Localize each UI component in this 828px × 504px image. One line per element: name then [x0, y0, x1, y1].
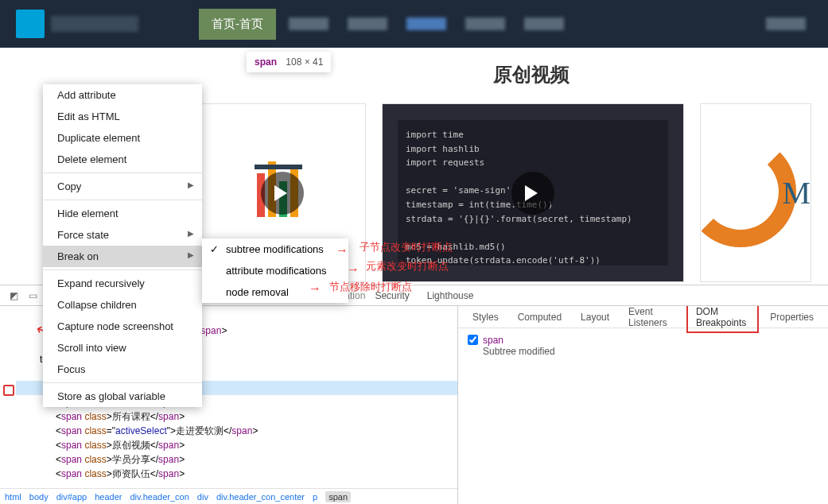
ctx-force-state[interactable]: Force state▶: [43, 224, 202, 246]
check-icon: ✓: [210, 243, 219, 255]
subtab-styles[interactable]: Styles: [465, 308, 507, 326]
sub-subtree[interactable]: ✓subtree modifications: [202, 238, 348, 260]
top-navbar: 首页-首页: [0, 0, 828, 48]
annotation-attribute: 元素改变时打断点: [366, 259, 449, 273]
breakpoint-description: Subtree modified: [483, 346, 555, 357]
page-heading: 原创视频: [493, 62, 569, 87]
nav-item-blurred[interactable]: [348, 17, 387, 30]
svg-rect-4: [255, 165, 302, 169]
chevron-right-icon: ▶: [188, 250, 194, 259]
subtab-event-listeners[interactable]: Event Listeners: [620, 306, 683, 331]
subtab-properties[interactable]: Properties: [762, 308, 822, 326]
annotation-removal: 节点移除时打断点: [329, 280, 412, 294]
site-name-blurred: [51, 16, 138, 32]
chevron-right-icon: ▶: [188, 180, 194, 189]
dom-node[interactable]: <span class>所有课程</span>: [16, 409, 457, 424]
annotation-arrow-icon: →: [347, 262, 360, 277]
video-card-my[interactable]: My: [700, 103, 811, 282]
nav-item-blurred[interactable]: [465, 17, 505, 30]
dom-node[interactable]: <span class>师资队伍</span>: [16, 467, 457, 481]
ctx-break-on[interactable]: Break on▶: [43, 246, 202, 267]
nav-home-highlighted[interactable]: 首页-首页: [199, 9, 276, 40]
breadcrumb-item[interactable]: div.header_con: [130, 492, 189, 502]
breadcrumb-item[interactable]: div#app: [56, 492, 87, 502]
ctx-edit-html[interactable]: Edit as HTML: [43, 106, 202, 127]
device-icon[interactable]: ▭: [26, 289, 39, 302]
nav-item-blurred-active[interactable]: [406, 17, 446, 30]
play-icon[interactable]: [261, 172, 304, 215]
ctx-expand[interactable]: Expand recursively: [43, 273, 202, 294]
annotation-arrow-icon: →: [336, 243, 348, 258]
inspect-icon[interactable]: ◩: [7, 289, 20, 302]
site-logo[interactable]: [16, 10, 45, 38]
logo-area: [16, 10, 138, 38]
breadcrumb-item[interactable]: html: [5, 492, 21, 502]
ctx-capture[interactable]: Capture node screenshot: [43, 316, 202, 337]
subtab-layout[interactable]: Layout: [573, 308, 617, 326]
ctx-add-attribute[interactable]: Add attribute: [43, 84, 202, 106]
ctx-scroll[interactable]: Scroll into view: [43, 337, 202, 359]
video-card-code[interactable]: import time import hashlib import reques…: [382, 103, 684, 282]
nav-item-blurred[interactable]: [524, 17, 564, 30]
breadcrumb-item[interactable]: header: [95, 492, 122, 502]
ctx-hide[interactable]: Hide element: [43, 203, 202, 224]
ctx-duplicate[interactable]: Duplicate element: [43, 127, 202, 149]
breadcrumb-item[interactable]: div.header_con_center: [216, 492, 305, 502]
nav-item-blurred[interactable]: [289, 17, 328, 30]
sidebar-panel: Styles Computed Layout Event Listeners D…: [458, 306, 828, 504]
breadcrumb-item[interactable]: span: [325, 491, 351, 502]
breadcrumb-item[interactable]: div: [197, 492, 208, 502]
break-on-submenu: ✓subtree modifications attribute modific…: [202, 238, 348, 303]
dom-node[interactable]: <span class>学员分享</span>: [16, 452, 457, 467]
tooltip-dimensions: 108 × 41: [286, 56, 323, 68]
breakpoint-element: span: [483, 335, 555, 346]
play-icon[interactable]: [511, 172, 554, 215]
element-inspector-tooltip: span 108 × 41: [247, 52, 331, 72]
annotation-subtree: 子节点改变时打断点: [360, 240, 453, 254]
nav-item-blurred[interactable]: [766, 17, 806, 30]
subtab-computed[interactable]: Computed: [510, 308, 569, 326]
ctx-focus[interactable]: Focus: [43, 359, 202, 380]
dom-breakpoints-panel: span Subtree modified ↖: [458, 328, 828, 363]
ctx-copy[interactable]: Copy▶: [43, 176, 202, 197]
chevron-right-icon: ▶: [188, 229, 194, 238]
tab-lighthouse[interactable]: Lighthouse: [419, 287, 482, 304]
tooltip-tag: span: [255, 56, 277, 68]
breakpoint-row[interactable]: span Subtree modified: [468, 335, 818, 357]
breakpoint-checkbox[interactable]: [468, 335, 478, 345]
sub-removal[interactable]: node removal: [202, 281, 348, 303]
dom-breadcrumb[interactable]: htmlbodydiv#appheaderdiv.header_condivdi…: [0, 488, 457, 504]
breadcrumb-item[interactable]: body: [29, 492, 49, 502]
sidebar-tabs: Styles Computed Layout Event Listeners D…: [458, 306, 828, 328]
ctx-delete[interactable]: Delete element: [43, 149, 202, 170]
breadcrumb-item[interactable]: p: [313, 492, 317, 502]
dom-node[interactable]: <span class>原创视频</span>: [16, 438, 457, 452]
ctx-store[interactable]: Store as global variable: [43, 386, 202, 407]
sub-attribute[interactable]: attribute modifications: [202, 260, 348, 281]
breakpoint-indicator-box: [3, 385, 14, 396]
annotation-arrow-icon: →: [309, 281, 321, 296]
dom-node[interactable]: <span class="activeSelect">走进爱软测</span>: [16, 424, 457, 438]
context-menu: Add attribute Edit as HTML Duplicate ele…: [43, 84, 202, 407]
ctx-collapse[interactable]: Collapse children: [43, 294, 202, 316]
my-text: My: [782, 174, 811, 211]
